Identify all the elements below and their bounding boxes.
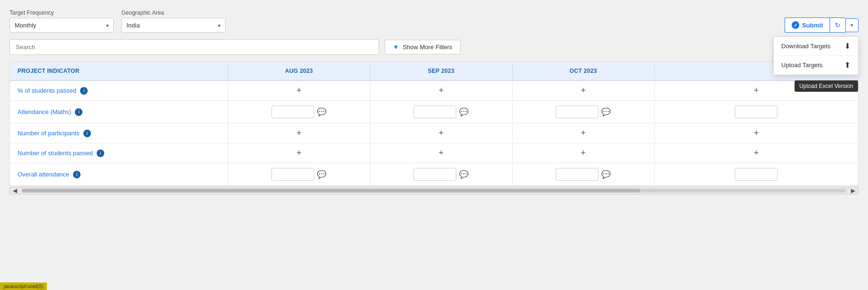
submit-label: Submit <box>802 22 823 29</box>
indicator-link-3[interactable]: Number of participants <box>18 130 80 137</box>
indicator-link-5[interactable]: Overall attendance <box>18 171 69 178</box>
info-icon-3[interactable]: i <box>83 130 91 137</box>
aug-cell-1: + <box>228 80 370 101</box>
sep-add-button-1[interactable]: + <box>439 86 444 96</box>
sep-cell-3: + <box>370 123 512 143</box>
nov-cell-4: + <box>654 143 858 163</box>
show-more-filters-button[interactable]: ▼ Show More Filters <box>385 40 461 54</box>
nov-cell-3: + <box>654 123 858 143</box>
oct-cell-2: 💬 <box>512 101 654 123</box>
comment-icon-sep-2[interactable]: 💬 <box>459 107 469 116</box>
geographic-area-group: Geographic Area India Global Region A ▾ <box>121 9 226 33</box>
horizontal-scrollbar[interactable]: ◀ ▶ <box>9 187 859 194</box>
target-frequency-select[interactable]: Monthly Quarterly Yearly <box>9 18 114 33</box>
search-input[interactable] <box>9 39 379 55</box>
scroll-right-arrow[interactable]: ▶ <box>848 186 858 195</box>
oct-input-2[interactable] <box>556 105 598 118</box>
comment-icon-oct-5[interactable]: 💬 <box>601 170 611 179</box>
upload-targets-item[interactable]: Upload Targets ⬆ <box>774 56 858 75</box>
aug-add-button-4[interactable]: + <box>297 148 302 158</box>
sep-add-button-3[interactable]: + <box>439 128 444 138</box>
sep-add-button-4[interactable]: + <box>439 148 444 158</box>
page-wrapper: Target Frequency Monthly Quarterly Yearl… <box>0 0 868 290</box>
comment-icon-oct-2[interactable]: 💬 <box>601 107 611 116</box>
aug-cell-5: 💬 <box>228 163 370 186</box>
oct-cell-5: 💬 <box>512 163 654 186</box>
table-row: Overall attendance i 💬 💬 <box>10 163 858 186</box>
aug-input-2[interactable] <box>271 105 314 118</box>
right-controls: ✓ Submit ↻ ▾ <box>785 18 859 33</box>
sep-cell-5: 💬 <box>370 163 512 186</box>
sep-cell-2: 💬 <box>370 101 512 123</box>
indicator-cell-5: Overall attendance i <box>10 163 228 186</box>
info-icon-2[interactable]: i <box>75 108 82 116</box>
aug-add-button-1[interactable]: + <box>297 86 302 96</box>
oct-cell-1: + <box>512 80 654 101</box>
nov-add-button-4[interactable]: + <box>754 148 759 158</box>
upload-targets-label: Upload Targets <box>781 62 823 69</box>
col-header-indicator: PROJECT INDICATOR <box>10 62 228 80</box>
dropdown-toggle-button[interactable]: ▾ <box>845 18 859 32</box>
aug-input-5[interactable] <box>271 168 314 181</box>
comment-icon-sep-5[interactable]: 💬 <box>459 170 469 179</box>
nov-add-button-1[interactable]: + <box>754 86 759 96</box>
indicator-cell-1: % of students passed i <box>10 80 228 101</box>
table-row: Number of participants i + + + + <box>10 123 858 143</box>
download-targets-item[interactable]: Download Targets ⬇ <box>774 37 858 56</box>
info-icon-5[interactable]: i <box>73 171 81 178</box>
oct-cell-3: + <box>512 123 654 143</box>
comment-icon-aug-2[interactable]: 💬 <box>317 107 326 116</box>
indicator-link-2[interactable]: Attendance (Maths) <box>18 108 71 115</box>
nov-add-button-3[interactable]: + <box>754 128 759 138</box>
refresh-button[interactable]: ↻ <box>830 18 845 33</box>
oct-add-button-1[interactable]: + <box>581 86 586 96</box>
table-container: PROJECT INDICATOR AUG 2023 SEP 2023 OCT … <box>9 62 859 186</box>
top-controls: Target Frequency Monthly Quarterly Yearl… <box>9 9 859 33</box>
indicator-link-1[interactable]: % of students passed <box>18 87 76 94</box>
info-icon-4[interactable]: i <box>97 149 104 157</box>
table-row: % of students passed i + + + + <box>10 80 858 101</box>
indicator-cell-2: Attendance (Maths) i <box>10 101 228 123</box>
col-header-aug2023: AUG 2023 <box>228 62 370 80</box>
indicator-cell-4: Number of students passed i <box>10 143 228 163</box>
nov-input-5[interactable] <box>735 168 778 181</box>
nov-input-2[interactable] <box>735 105 778 118</box>
sep-input-2[interactable] <box>414 105 456 118</box>
target-frequency-select-wrapper: Monthly Quarterly Yearly ▾ <box>9 18 114 33</box>
geographic-area-label: Geographic Area <box>121 9 226 16</box>
download-targets-label: Download Targets <box>781 43 831 50</box>
upload-icon: ⬆ <box>844 61 850 70</box>
check-circle-icon: ✓ <box>792 21 799 29</box>
comment-icon-aug-5[interactable]: 💬 <box>317 170 326 179</box>
aug-add-button-3[interactable]: + <box>297 128 302 138</box>
show-more-filters-label: Show More Filters <box>403 44 452 51</box>
nov-cell-2 <box>654 101 858 123</box>
chevron-down-icon: ▾ <box>850 22 853 28</box>
oct-add-button-4[interactable]: + <box>581 148 586 158</box>
oct-cell-4: + <box>512 143 654 163</box>
search-filter-row: ▼ Show More Filters <box>9 39 859 55</box>
indicator-link-4[interactable]: Number of students passed <box>18 149 93 157</box>
scrollbar-thumb[interactable] <box>22 189 640 193</box>
target-frequency-group: Target Frequency Monthly Quarterly Yearl… <box>9 9 114 33</box>
sep-cell-4: + <box>370 143 512 163</box>
target-frequency-label: Target Frequency <box>9 9 114 16</box>
indicator-cell-3: Number of participants i <box>10 123 228 143</box>
geographic-area-select-wrapper: India Global Region A ▾ <box>121 18 226 33</box>
oct-add-button-3[interactable]: + <box>581 128 586 138</box>
submit-button[interactable]: ✓ Submit <box>785 18 830 33</box>
sep-input-5[interactable] <box>414 168 456 181</box>
col-header-sep2023: SEP 2023 <box>370 62 512 80</box>
aug-cell-2: 💬 <box>228 101 370 123</box>
table-row: Attendance (Maths) i 💬 💬 <box>10 101 858 123</box>
aug-cell-4: + <box>228 143 370 163</box>
info-icon-1[interactable]: i <box>80 87 88 95</box>
table-header-row: PROJECT INDICATOR AUG 2023 SEP 2023 OCT … <box>10 62 858 80</box>
dropdown-menu: Download Targets ⬇ Upload Targets ⬆ Uplo… <box>773 36 859 75</box>
sep-cell-1: + <box>370 80 512 101</box>
scroll-left-arrow[interactable]: ◀ <box>10 186 20 195</box>
oct-input-5[interactable] <box>556 168 598 181</box>
geographic-area-select[interactable]: India Global Region A <box>121 18 226 33</box>
status-bar: javascript:void(0) <box>0 282 47 290</box>
status-bar-text: javascript:void(0) <box>4 283 43 289</box>
